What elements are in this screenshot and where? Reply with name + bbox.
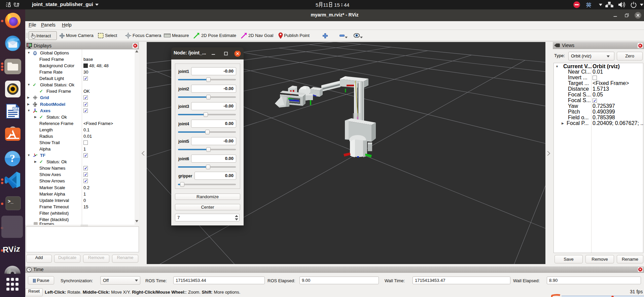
svg-text:?: ? xyxy=(10,152,15,164)
svg-text:ih: ih xyxy=(34,104,35,105)
svg-text:RViz: RViz xyxy=(3,244,20,254)
svg-text:>_: >_ xyxy=(8,199,13,204)
